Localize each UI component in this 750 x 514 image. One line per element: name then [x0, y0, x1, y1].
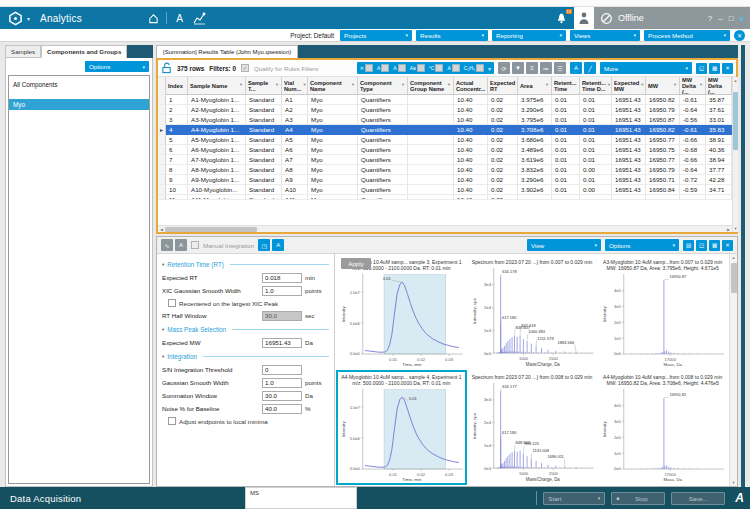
- close-button[interactable]: x: [740, 14, 744, 23]
- charts-vscroll-thumb[interactable]: [731, 263, 737, 293]
- filter-icon[interactable]: ▼: [699, 83, 703, 87]
- filter-icon[interactable]: ▼: [673, 83, 677, 87]
- layout-button[interactable]: ◳: [696, 240, 707, 251]
- spectrum-a4-pane[interactable]: Spectrum from 2023 07 20 ...) from 0.008…: [467, 370, 598, 485]
- chevron-down-icon[interactable]: ▾: [488, 65, 491, 72]
- peak-options-dropdown[interactable]: Options ▾: [605, 239, 679, 251]
- xic-a4-plot[interactable]: 0.0e05.0e61.0e70.010.020.03Time, minInte…: [338, 386, 465, 483]
- qualify-rules-checkbox[interactable]: ✓: [241, 64, 249, 72]
- minimize-button[interactable]: –: [718, 14, 722, 23]
- metric-toggle-checkbox-3[interactable]: [398, 64, 406, 72]
- menu-reporting[interactable]: Reporting▾: [492, 30, 566, 41]
- filter-icon[interactable]: ▼: [351, 83, 355, 87]
- deconv-a4-plot[interactable]: 0e01e52e53e54e517000Mass, DaIntensity169…: [599, 386, 726, 483]
- menu-button[interactable]: ☰: [554, 62, 566, 74]
- section-header-3[interactable]: ▾Integration: [162, 353, 329, 360]
- save-button[interactable]: Save...: [671, 492, 725, 505]
- notifications-button[interactable]: 13: [549, 7, 574, 29]
- column-header-4[interactable]: Vial Num...▼: [282, 77, 308, 95]
- unlock-icon[interactable]: [161, 62, 172, 74]
- section-header-1[interactable]: ▾Retention Time (RT): [162, 261, 329, 268]
- ms-device-tab[interactable]: MS: [245, 487, 357, 509]
- column-header-12[interactable]: Retenti... Time D...▼: [580, 77, 612, 95]
- spectrum-a4-plot[interactable]: 0e01e42e43e410001500Mass/Charge, DaInten…: [469, 380, 596, 483]
- close-panel-button[interactable]: ✕: [722, 63, 733, 74]
- metric-toggle-6[interactable]: A: [447, 64, 459, 72]
- scroll-down-icon[interactable]: ▼: [734, 225, 738, 232]
- metric-toggle-2[interactable]: A: [377, 64, 389, 72]
- spectrum-a3-pane[interactable]: Spectrum from 2023 07 20 ...) from 0.007…: [467, 255, 598, 370]
- annotate-button[interactable]: A: [272, 239, 284, 251]
- filter-icon[interactable]: ▼: [302, 83, 306, 87]
- column-header-9[interactable]: Expected RT▼: [488, 77, 518, 95]
- column-header-5[interactable]: Component Name▼: [308, 77, 358, 95]
- table-row-5[interactable]: 5A5-Myoglobin 1...StandardA5MyoQuantifie…: [158, 135, 732, 145]
- home-icon[interactable]: [148, 13, 159, 24]
- filter-icon[interactable]: ▼: [545, 83, 549, 87]
- list-item-all-components[interactable]: All Components: [9, 79, 149, 90]
- table-row-4[interactable]: ▸4A4-Myoglobin 1...StandardA4MyoQuantifi…: [158, 125, 732, 135]
- column-header-13[interactable]: Expected MW▼: [612, 77, 646, 95]
- metric-toggle-4[interactable]: Aa: [410, 64, 425, 72]
- deconv-a4-pane[interactable]: A4-Myoglobin 10.4uM samp...from 0.008 to…: [597, 370, 728, 485]
- metric-toggle-checkbox-1[interactable]: [365, 64, 373, 72]
- scroll-up-icon[interactable]: ▲: [732, 254, 736, 261]
- filter-icon[interactable]: ▼: [607, 83, 611, 87]
- scroll-right-icon[interactable]: ▶: [725, 227, 732, 232]
- panel-button[interactable]: ▤: [683, 240, 694, 251]
- scroll-left-icon[interactable]: ◀: [158, 227, 165, 232]
- menu-process-method[interactable]: Process Method▾: [644, 30, 730, 41]
- tab-components-and-groups[interactable]: Components and Groups: [41, 45, 127, 58]
- column-header-2[interactable]: Sample Name▼: [188, 77, 246, 95]
- list-item-myo[interactable]: Myo: [9, 99, 149, 110]
- grid-button[interactable]: ▦: [709, 63, 720, 74]
- explorer-chart-icon[interactable]: [192, 12, 206, 25]
- scroll-down-icon[interactable]: ▼: [732, 479, 736, 486]
- more-dropdown[interactable]: More ▾: [600, 62, 692, 74]
- apply-button[interactable]: Apply: [341, 258, 371, 269]
- table-row-7[interactable]: 7A7-Myoglobin 1...StandardA7MyoQuantifie…: [158, 155, 732, 165]
- column-header-6[interactable]: Component Type▼: [358, 77, 408, 95]
- param-checkbox[interactable]: [168, 417, 176, 425]
- param-checkbox[interactable]: [168, 299, 176, 307]
- baseline-button[interactable]: A: [175, 239, 187, 251]
- metric-toggle-checkbox-2[interactable]: [381, 64, 389, 72]
- table-vertical-scrollbar[interactable]: ▲ ▼: [732, 77, 738, 232]
- param-input-gaussian-smooth-width[interactable]: [262, 378, 302, 388]
- xic-a3-plot[interactable]: 0.0e05.0e61.0e70.010.020.03Time, minInte…: [338, 271, 465, 368]
- charts-vertical-scrollbar[interactable]: ▲ ▼: [729, 254, 737, 486]
- layout-button[interactable]: ◱: [696, 63, 707, 74]
- close-workspace-button[interactable]: ✕: [734, 30, 745, 41]
- user-account-button[interactable]: [574, 7, 594, 29]
- param-input-summation-window[interactable]: [262, 391, 302, 401]
- sort-button[interactable]: ≡: [526, 62, 538, 74]
- stop-button[interactable]: ■ Stop: [611, 492, 665, 505]
- deconv-a3-pane[interactable]: A3-Myoglobin 10.4uM samp...from 0.007 to…: [597, 255, 728, 370]
- column-header-14[interactable]: MW▼: [646, 77, 680, 95]
- table-row-9[interactable]: 9A9-Myoglobin 1...StandardA9MyoQuantifie…: [158, 175, 732, 185]
- filter-button[interactable]: ▼: [512, 62, 524, 74]
- filter-icon[interactable]: ▼: [640, 83, 644, 87]
- scroll-up-icon[interactable]: ▲: [734, 77, 738, 84]
- param-input-xic-gaussian-smooth-width[interactable]: [262, 286, 302, 296]
- column-header-15[interactable]: MW Delta (...▼: [680, 77, 706, 95]
- table-horizontal-scrollbar[interactable]: ◀ ▶: [158, 225, 732, 232]
- results-table-tab[interactable]: [Summation] Results Table (John Myo.qses…: [156, 45, 298, 58]
- deconv-a3-plot[interactable]: 0e01e52e53e54e517000Mass, DaIntensity169…: [599, 271, 726, 368]
- table-row-8[interactable]: 8A8-Myoglobin 1...StandardA8MyoQuantifie…: [158, 165, 732, 175]
- filter-icon[interactable]: ▼: [275, 83, 279, 87]
- filter-icon[interactable]: ▼: [401, 83, 405, 87]
- slope-button[interactable]: ╱: [584, 62, 596, 74]
- maximize-button[interactable]: □: [729, 14, 734, 23]
- param-input-expected-rt[interactable]: [262, 273, 302, 283]
- param-input-expected-mw[interactable]: [262, 338, 302, 348]
- metric-toggle-7[interactable]: C₂H₅: [464, 64, 484, 72]
- column-header-3[interactable]: Sample T...▼: [246, 77, 282, 95]
- right-splitter[interactable]: [741, 45, 745, 487]
- start-button[interactable]: Start ▾: [543, 492, 605, 505]
- metric-toggle-checkbox-7[interactable]: [476, 64, 484, 72]
- help-button[interactable]: ?: [708, 14, 712, 23]
- table-row-3[interactable]: 3A3-Myoglobin 1...StandardA3MyoQuantifie…: [158, 115, 732, 125]
- list-button[interactable]: ≔: [540, 62, 552, 74]
- logo-chevron-down-icon[interactable]: ▾: [27, 15, 30, 22]
